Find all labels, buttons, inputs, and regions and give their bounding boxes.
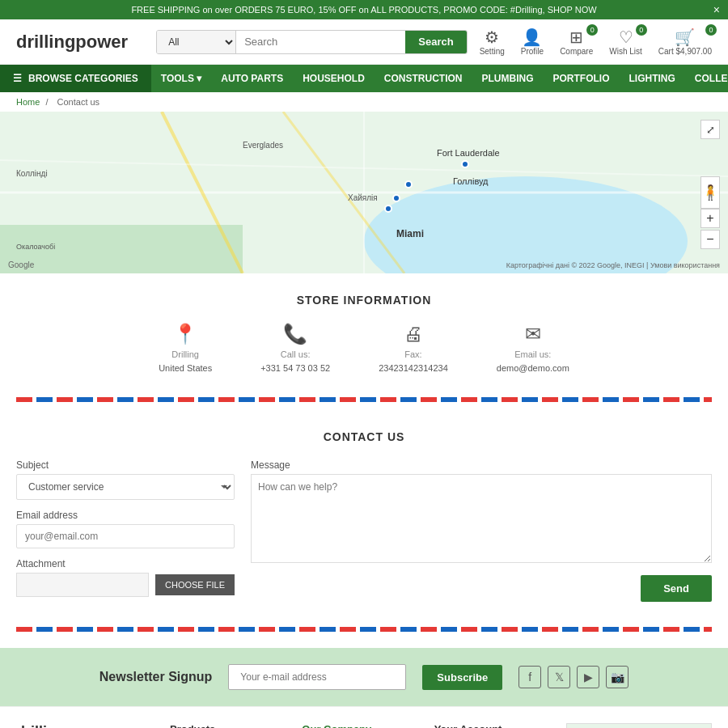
attachment-row: CHOOSE FILE <box>16 573 235 597</box>
svg-text:Окалоачобі: Окалоачобі <box>16 243 55 251</box>
subject-select[interactable]: Customer service Technical support Billi… <box>16 474 235 500</box>
message-textarea[interactable] <box>251 474 712 563</box>
contact-title: CONTACT US <box>16 430 712 443</box>
message-label: Message <box>251 459 712 471</box>
cart-label: Cart $4,907.00 <box>658 47 712 56</box>
setting-label: Setting <box>480 47 505 56</box>
send-button[interactable]: Send <box>641 575 712 602</box>
phone-value: +331 54 73 03 52 <box>260 363 330 373</box>
newsletter-title: Newsletter Signup <box>99 670 213 684</box>
map-zoom-out[interactable]: − <box>700 230 720 249</box>
store-info-title: STORE INFORMATION <box>16 294 712 307</box>
breadcrumb-separator: / <box>45 97 50 107</box>
newsletter-email-input[interactable] <box>228 664 406 690</box>
subscribe-button[interactable]: Subscribe <box>422 665 502 690</box>
breadcrumb-home[interactable]: Home <box>16 97 40 107</box>
footer: drillingpower 📍 Drilling United States 📞… <box>0 706 728 728</box>
map-pin-4 <box>461 160 469 168</box>
phone-icon: 📞 <box>283 323 307 345</box>
nav-lighting[interactable]: LIGHTING <box>620 65 685 92</box>
header-icons: ⚙ Setting 👤 Profile ⊞ 0 Compare ♡ 0 Wish… <box>480 28 712 56</box>
setting-icon-item[interactable]: ⚙ Setting <box>480 28 505 56</box>
svg-text:Хайялія: Хайялія <box>348 193 378 202</box>
nav-auto-parts[interactable]: AUTO PARTS <box>211 65 293 92</box>
search-container: All Tools Auto Parts Search <box>156 30 468 54</box>
email-label: Email us: <box>514 349 551 359</box>
profile-icon-item[interactable]: 👤 Profile <box>521 28 544 56</box>
footer-brand: drillingpower 📍 Drilling United States 📞… <box>16 723 146 728</box>
email-address-input[interactable] <box>16 524 235 548</box>
subject-label: Subject <box>16 459 235 471</box>
attachment-label: Attachment <box>16 558 235 569</box>
announcement-bar: FREE SHIPPING on over ORDERS 75 EURO, 15… <box>0 0 728 19</box>
wishlist-badge: 0 <box>636 24 647 36</box>
nav-collections[interactable]: COLLECTIONS <box>685 65 728 92</box>
logo[interactable]: drillingpower <box>16 32 128 53</box>
wishlist-icon-item[interactable]: ♡ 0 Wish List <box>609 28 642 56</box>
map-roads-svg: Miami Голлівуд Fort Lauderdale Хайялія К… <box>0 112 728 273</box>
compare-badge: 0 <box>586 24 598 36</box>
store-info-grid: 📍 Drilling United States 📞 Call us: +331… <box>16 323 712 373</box>
nav-household[interactable]: HOUSEHOLD <box>293 65 375 92</box>
map-container[interactable]: Miami Голлівуд Fort Lauderdale Хайялія К… <box>0 112 728 273</box>
nav-tools[interactable]: TOOLS ▾ <box>151 65 211 92</box>
location-icon: 📍 <box>173 323 197 345</box>
breadcrumb: Home / Contact us <box>0 92 728 112</box>
store-location: 📍 Drilling United States <box>159 323 212 373</box>
store-phone: 📞 Call us: +331 54 73 03 52 <box>260 323 330 373</box>
facebook-icon[interactable]: f <box>518 666 541 688</box>
nav-links: TOOLS ▾ AUTO PARTS HOUSEHOLD CONSTRUCTIO… <box>151 65 728 92</box>
svg-text:Коллінді: Коллінді <box>16 169 48 178</box>
nav-plumbing[interactable]: PLUMBING <box>472 65 544 92</box>
twitter-icon[interactable]: 𝕏 <box>548 666 570 688</box>
browse-categories-button[interactable]: ☰ BROWSE CATEGORIES <box>0 65 151 92</box>
map-pin-2 <box>392 194 400 202</box>
map-attribution: Картографічні дані © 2022 Google, INEGI … <box>506 261 720 269</box>
store-email: ✉ Email us: demo@demo.com <box>497 323 569 373</box>
map-background: Miami Голлівуд Fort Lauderdale Хайялія К… <box>0 112 728 273</box>
wishlist-label: Wish List <box>609 47 642 56</box>
contact-section: CONTACT US Subject Customer service Tech… <box>0 414 728 615</box>
send-btn-row: Send <box>251 575 712 602</box>
message-group: Message <box>251 459 712 565</box>
footer-account-title: Your Account <box>434 723 542 728</box>
attachment-input-area <box>16 573 149 597</box>
profile-icon: 👤 <box>522 28 542 47</box>
svg-rect-15 <box>567 724 712 728</box>
announcement-close[interactable]: × <box>713 3 720 16</box>
search-input[interactable] <box>236 31 405 53</box>
compare-icon-item[interactable]: ⊞ 0 Compare <box>560 28 593 56</box>
instagram-icon[interactable]: 📷 <box>606 666 629 688</box>
divider-2 <box>16 627 712 632</box>
footer-map-svg: Fort Lauderda Weston <box>567 724 712 728</box>
location-label: Drilling <box>171 349 199 359</box>
google-logo: Google <box>8 260 34 269</box>
contact-form-right: Message Send <box>251 459 712 607</box>
phone-label: Call us: <box>281 349 311 359</box>
choose-file-button[interactable]: CHOOSE FILE <box>155 574 235 595</box>
youtube-icon[interactable]: ▶ <box>577 666 599 688</box>
location-value: United States <box>159 363 212 373</box>
map-pin-1 <box>404 180 413 188</box>
footer-company-title: Our Company <box>302 723 409 728</box>
svg-text:Fort Lauderdale: Fort Lauderdale <box>437 148 500 158</box>
footer-map[interactable]: Fort Lauderda Weston 🧍 + − <box>566 723 712 728</box>
contact-form-layout: Subject Customer service Technical suppo… <box>16 459 712 607</box>
footer-logo: drillingpower <box>16 723 146 728</box>
map-expand-button[interactable]: ⤢ <box>700 120 720 139</box>
nav-portfolio[interactable]: PORTFOLIO <box>544 65 620 92</box>
map-pegman[interactable]: 🧍 <box>700 176 720 209</box>
fax-label: Fax: <box>404 349 421 359</box>
store-fax: 🖨 Fax: 23423142314234 <box>379 323 448 373</box>
map-zoom-in[interactable]: + <box>700 209 720 228</box>
cart-icon-item[interactable]: 🛒 0 Cart $4,907.00 <box>658 28 712 56</box>
search-category-select[interactable]: All Tools Auto Parts <box>157 31 236 53</box>
footer-products-title: Products <box>170 723 277 728</box>
divider-1 <box>16 397 712 402</box>
footer-col-account: Your Account Personal info Orders <box>434 723 542 728</box>
svg-text:Everglades: Everglades <box>243 141 283 150</box>
navigation: ☰ BROWSE CATEGORIES TOOLS ▾ AUTO PARTS H… <box>0 65 728 92</box>
nav-construction[interactable]: CONSTRUCTION <box>375 65 472 92</box>
search-button[interactable]: Search <box>405 31 466 53</box>
setting-icon: ⚙ <box>485 28 499 47</box>
